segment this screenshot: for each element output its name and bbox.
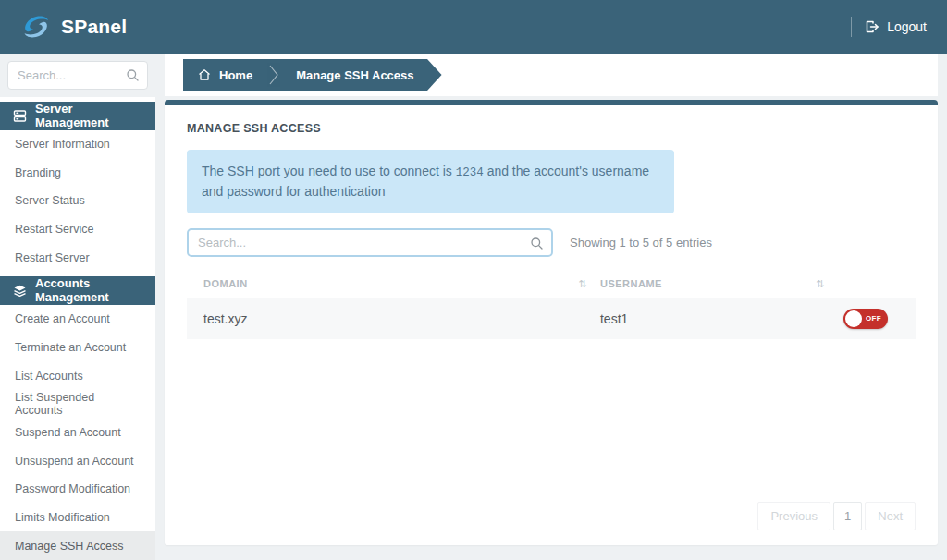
sidebar-item-server-information[interactable]: Server Information — [0, 130, 155, 159]
topbar-divider — [851, 17, 852, 37]
breadcrumb-home[interactable]: Home — [198, 68, 252, 82]
brand[interactable]: SPanel — [20, 13, 127, 41]
table-header-row: DOMAIN ⇅ USERNAME ⇅ — [187, 270, 916, 298]
logout-label: Logout — [887, 19, 927, 34]
cell-domain: test.xyz — [203, 311, 600, 326]
sidebar-item-create-account[interactable]: Create an Account — [0, 305, 155, 334]
search-icon — [530, 237, 544, 250]
brand-name: SPanel — [61, 16, 127, 38]
manage-ssh-card: MANAGE SSH ACCESS The SSH port you need … — [165, 100, 938, 545]
spanel-logo-icon — [20, 13, 52, 41]
pagination: Previous 1 Next — [187, 502, 916, 530]
ssh-access-table: DOMAIN ⇅ USERNAME ⇅ test.xyz test1 — [187, 270, 916, 339]
breadcrumb-banner: Home Manage SSH Access — [183, 59, 442, 91]
page-number-button[interactable]: 1 — [833, 502, 862, 530]
logout-button[interactable]: Logout — [865, 19, 927, 34]
toggle-knob — [845, 310, 862, 327]
breadcrumb: Home Manage SSH Access — [165, 54, 938, 96]
sidebar-item-unsuspend-account[interactable]: Unsuspend an Account — [0, 446, 155, 475]
next-page-button[interactable]: Next — [865, 502, 916, 530]
sidebar-item-restart-service[interactable]: Restart Service — [0, 215, 155, 244]
sidebar-section-accounts-management[interactable]: Accounts Management — [0, 276, 155, 305]
sidebar-item-terminate-account[interactable]: Terminate an Account — [0, 334, 155, 362]
table-search-input[interactable] — [189, 230, 551, 255]
table-row: test.xyz test1 OFF — [187, 298, 916, 339]
sidebar-section-label: Accounts Management — [35, 276, 142, 304]
sidebar-item-limits-modification[interactable]: Limits Modification — [0, 504, 155, 532]
page-title: MANAGE SSH ACCESS — [187, 122, 916, 135]
top-bar: SPanel Logout — [0, 0, 947, 54]
ssh-toggle-off[interactable]: OFF — [843, 309, 888, 329]
sidebar-item-password-modification[interactable]: Password Modification — [0, 475, 155, 504]
entries-summary: Showing 1 to 5 of 5 entries — [570, 236, 712, 250]
column-header-username[interactable]: USERNAME ⇅ — [600, 278, 834, 290]
toggle-state-label: OFF — [866, 314, 881, 323]
alert-text-before: The SSH port you need to use to connect … — [202, 164, 452, 178]
sort-icon[interactable]: ⇅ — [816, 278, 825, 290]
sidebar-item-list-suspended-accounts[interactable]: List Suspended Accounts — [0, 390, 155, 419]
sidebar-search[interactable] — [7, 61, 148, 90]
sidebar-item-suspend-account[interactable]: Suspend an Account — [0, 419, 155, 447]
sidebar-section-server-management[interactable]: Server Management — [0, 102, 155, 130]
logout-icon — [865, 19, 879, 34]
sidebar-item-list-accounts[interactable]: List Accounts — [0, 361, 155, 390]
server-icon — [13, 109, 27, 123]
ssh-port-value: 1234 — [456, 166, 484, 179]
previous-page-button[interactable]: Previous — [757, 502, 830, 530]
layers-icon — [13, 284, 27, 298]
home-icon — [198, 68, 211, 81]
sidebar: Server Management Server Information Bra… — [0, 54, 155, 560]
breadcrumb-current: Manage SSH Access — [296, 68, 413, 82]
cell-username: test1 — [600, 311, 834, 326]
sidebar-item-manage-ssh-access[interactable]: Manage SSH Access — [0, 531, 155, 560]
sort-icon[interactable]: ⇅ — [578, 278, 587, 290]
column-label: USERNAME — [600, 278, 662, 289]
search-icon — [126, 68, 140, 82]
column-label: DOMAIN — [203, 278, 248, 289]
ssh-info-alert: The SSH port you need to use to connect … — [187, 150, 674, 213]
chevron-right-icon — [269, 65, 279, 85]
table-search[interactable] — [187, 228, 553, 257]
sidebar-item-server-status[interactable]: Server Status — [0, 187, 155, 215]
main-content: Home Manage SSH Access MANAGE SSH ACCESS… — [165, 54, 938, 560]
sidebar-item-branding[interactable]: Branding — [0, 158, 155, 187]
sidebar-section-label: Server Management — [35, 102, 142, 129]
sidebar-item-restart-server[interactable]: Restart Server — [0, 243, 155, 272]
column-header-domain[interactable]: DOMAIN ⇅ — [203, 278, 600, 290]
breadcrumb-home-label: Home — [219, 68, 252, 82]
